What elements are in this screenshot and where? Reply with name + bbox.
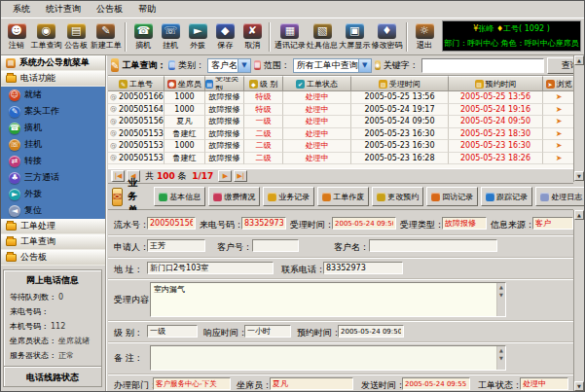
- toolbar-change-password-button[interactable]: ♦修改密码: [371, 22, 403, 52]
- browse-pointer-icon[interactable]: ➤: [556, 117, 563, 125]
- sidebar-group-1[interactable]: 工单处理: [1, 219, 105, 234]
- customer-name-field[interactable]: [369, 239, 497, 252]
- cell-browse[interactable]: ➤: [543, 91, 575, 104]
- toolbar-offhook-button[interactable]: ☎摘机: [129, 22, 157, 52]
- level-field[interactable]: [147, 325, 198, 338]
- browse-pointer-icon[interactable]: ➤: [556, 92, 563, 101]
- last-page-button[interactable]: ▶|: [234, 170, 247, 182]
- toolbar-dialout-button[interactable]: ►外拨: [184, 22, 211, 52]
- cell-browse[interactable]: ➤: [543, 153, 575, 165]
- toolbar-new-order-button[interactable]: ✎新建工单: [90, 22, 122, 52]
- toolbar-hangup-button[interactable]: ☏挂机: [157, 22, 184, 52]
- void-order-button[interactable]: 工单作废: [317, 187, 369, 206]
- cell-browse[interactable]: ➤: [543, 128, 575, 141]
- form-scrollbar[interactable]: ▲ ▼: [573, 210, 584, 391]
- toolbar-stove-info-button[interactable]: ▧灶具信息: [307, 22, 339, 52]
- process-log-button[interactable]: 处理日志: [535, 187, 585, 206]
- next-page-button[interactable]: ▶: [218, 170, 232, 182]
- accept-type-field[interactable]: [442, 217, 487, 230]
- keyword-input[interactable]: [421, 58, 544, 73]
- scope-select[interactable]: 所有工单中查询▼: [293, 58, 372, 73]
- toolbar-big-screen-button[interactable]: ▣大屏显示: [339, 22, 371, 52]
- send-time-field[interactable]: [402, 377, 470, 390]
- status-field[interactable]: [520, 377, 568, 390]
- toolbar-exit-button[interactable]: ☼退出: [411, 22, 438, 52]
- sidebar-group-0[interactable]: 电话功能: [1, 71, 105, 87]
- sidebar-item-transfer[interactable]: ⇄转接: [1, 153, 105, 169]
- cell-browse[interactable]: ➤: [543, 116, 575, 128]
- table-row[interactable]: @2005051537 鲁建红 故障报修 二级 处理中 2005-05-23 1…: [108, 153, 575, 165]
- scroll-down-icon[interactable]: ▼: [574, 171, 584, 181]
- sidebar-item-ready[interactable]: ☺就绪: [1, 87, 105, 103]
- agent-field[interactable]: [270, 377, 353, 390]
- table-row[interactable]: @2005051568 夏凡 故障报修 一级 处理中 2005-05-24 09…: [108, 116, 575, 128]
- accept-time-field[interactable]: [332, 217, 396, 230]
- source-field[interactable]: [532, 217, 573, 230]
- callback-record-button[interactable]: 回访记录: [426, 187, 478, 206]
- first-page-button[interactable]: |◀: [111, 170, 125, 182]
- table-scrollbar[interactable]: ▲ ▼: [573, 55, 584, 182]
- sidebar-item-hangup[interactable]: ☏挂机: [1, 136, 105, 153]
- bill-icon: ✉: [112, 188, 123, 206]
- toolbar-save-button[interactable]: ◆保存: [211, 22, 238, 52]
- scroll-up-icon[interactable]: ▲: [574, 55, 584, 65]
- column-header-6[interactable]: ▨预约时间: [449, 76, 543, 91]
- browse-pointer-icon[interactable]: ➤: [556, 105, 563, 114]
- browse-pointer-icon[interactable]: ➤: [556, 154, 563, 162]
- sidebar-item-offhook[interactable]: ☎摘机: [1, 120, 105, 136]
- sidebar-item-desk-work[interactable]: ✎案头工作: [1, 103, 105, 120]
- contact-phone-field[interactable]: [323, 262, 403, 274]
- sidebar-group-2[interactable]: 工单查询: [1, 234, 105, 250]
- column-header-5[interactable]: ▨受理时间: [351, 76, 449, 91]
- table-row[interactable]: @2005051538 鲁建红 故障报修 二级 处理中 2005-05-23 1…: [108, 128, 575, 141]
- response-time-field[interactable]: [244, 325, 291, 338]
- sidebar-group-3[interactable]: 公告板: [1, 250, 105, 266]
- remark-textarea[interactable]: ▲▼: [150, 345, 506, 371]
- table-row[interactable]: @2005051661 1000 故障报修 特级 处理中 2005-05-25 …: [108, 91, 575, 104]
- content-textarea[interactable]: 室内漏气▲▼: [150, 282, 506, 317]
- table-row[interactable]: @2005051640 1000 故障报修 特级 处理中 2005-05-24 …: [108, 104, 575, 117]
- sidebar-item-dialout[interactable]: ►外拨: [1, 186, 105, 202]
- column-header-0[interactable]: ✎工单号: [108, 76, 165, 91]
- sidebar-item-reset[interactable]: ◄复位: [1, 202, 105, 219]
- toolbar-comm-log-button[interactable]: ▦通讯记录: [274, 22, 306, 52]
- serial-field[interactable]: [147, 217, 196, 230]
- scroll-up-icon[interactable]: ▲: [574, 210, 584, 220]
- scrollbar[interactable]: ▲▼: [496, 283, 505, 316]
- category-select[interactable]: 客户名▼: [207, 58, 251, 73]
- applicant-field[interactable]: [147, 239, 205, 252]
- caller-field[interactable]: [241, 217, 286, 230]
- basic-info-button[interactable]: 基本信息: [154, 187, 205, 206]
- toolbar-logout-button[interactable]: ☻注销: [3, 22, 30, 52]
- menu-item-2[interactable]: 公告板: [89, 1, 130, 18]
- payment-status-button[interactable]: 缴费情况: [208, 187, 260, 206]
- column-header-4[interactable]: ✔工单状态: [283, 76, 351, 91]
- sidebar-item-three-way-call[interactable]: ♣三方通话: [1, 169, 105, 186]
- tracking-record-button[interactable]: 跟踪记录: [481, 187, 532, 206]
- menu-item-3[interactable]: 帮助: [130, 1, 164, 18]
- scrollbar[interactable]: ▲▼: [496, 346, 505, 370]
- toolbar-bulletin-button[interactable]: ▤公告板: [62, 22, 90, 52]
- chevron-down-icon[interactable]: ▼: [358, 59, 371, 72]
- appoint-time-field[interactable]: [338, 325, 404, 338]
- toolbar-cancel-button[interactable]: ✘取消: [238, 22, 266, 52]
- change-appointment-button[interactable]: 更改预约: [372, 187, 423, 206]
- menu-item-0[interactable]: 系统: [5, 1, 38, 18]
- browse-pointer-icon[interactable]: ➤: [556, 141, 563, 150]
- chevron-down-icon[interactable]: ▼: [238, 59, 250, 72]
- dept-field[interactable]: [153, 377, 231, 390]
- cell-browse[interactable]: ➤: [543, 140, 575, 153]
- business-record-button[interactable]: 业务记录: [263, 187, 314, 206]
- scroll-down-icon[interactable]: ▼: [574, 381, 584, 391]
- column-header-1[interactable]: ☻坐席员: [165, 76, 205, 91]
- toolbar-order-search-button[interactable]: ◉工单查询: [30, 22, 62, 52]
- address-field[interactable]: [147, 262, 274, 274]
- menu-item-1[interactable]: 统计查询: [38, 1, 89, 18]
- table-row[interactable]: @2005051539 1000 故障报修 二级 处理中 2005-05-23 …: [108, 140, 575, 153]
- column-header-2[interactable]: ▤受理类型: [205, 76, 244, 91]
- customer-no-field[interactable]: [252, 239, 299, 252]
- column-header-3[interactable]: ◆级 别: [244, 76, 283, 91]
- column-header-7[interactable]: ➤浏览: [543, 76, 575, 91]
- browse-pointer-icon[interactable]: ➤: [556, 129, 563, 138]
- cell-browse[interactable]: ➤: [543, 104, 575, 117]
